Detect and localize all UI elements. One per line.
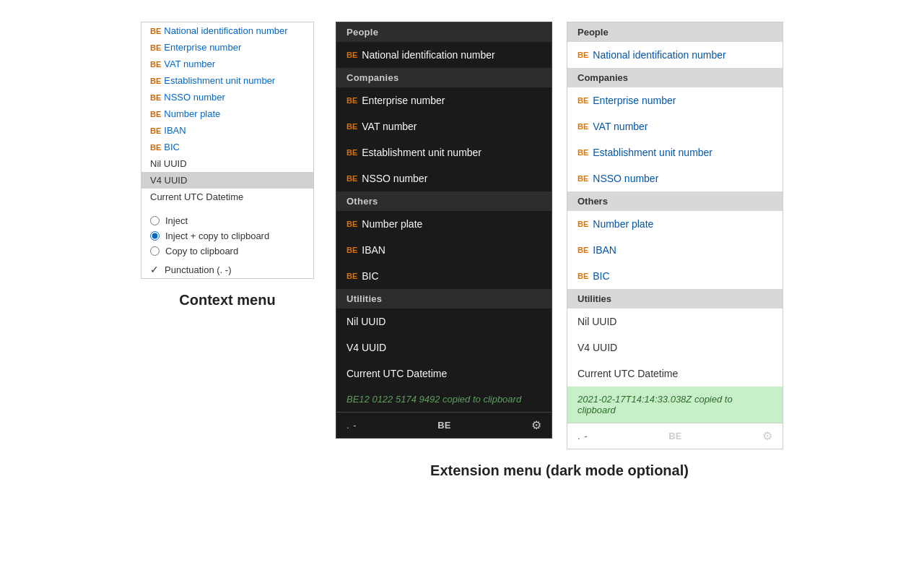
context-item-utc-datetime[interactable]: Current UTC Datetime xyxy=(141,189,313,205)
ext-item-utc-datetime-dark[interactable]: Current UTC Datetime xyxy=(336,361,552,387)
radio-section: Inject Inject + copy to clipboard Copy t… xyxy=(141,211,313,261)
ext-item-nil-uuid-light[interactable]: Nil UUID xyxy=(567,309,783,335)
item-label: Enterprise number xyxy=(593,95,676,106)
radio-copy[interactable]: Copy to clipboard xyxy=(150,246,305,256)
context-item-number-plate[interactable]: BE Number plate xyxy=(141,105,313,122)
context-item-enterprise[interactable]: BE Enterprise number xyxy=(141,39,313,56)
context-item-iban[interactable]: BE IBAN xyxy=(141,122,313,139)
section-header-companies-light: Companies xyxy=(567,68,783,87)
radio-inject-copy-input[interactable] xyxy=(150,231,160,241)
ext-item-establishment-light[interactable]: BE Establishment unit number xyxy=(567,139,783,165)
be-prefix: BE xyxy=(346,148,357,157)
radio-inject-copy-label: Inject + copy to clipboard xyxy=(165,230,269,241)
ext-item-vat-light[interactable]: BE VAT number xyxy=(567,113,783,139)
gear-icon-dark[interactable]: ⚙ xyxy=(531,418,541,432)
ext-item-enterprise-light[interactable]: BE Enterprise number xyxy=(567,87,783,113)
context-menu-label: Context menu xyxy=(179,292,275,309)
be-prefix: BE xyxy=(150,110,161,118)
radio-inject-input[interactable] xyxy=(150,216,160,225)
status-dark: BE12 0122 5174 9492 copied to clipboard xyxy=(336,387,552,412)
be-prefix: BE xyxy=(578,246,588,254)
footer-dots-light: . - xyxy=(578,431,588,441)
be-prefix: BE xyxy=(346,51,357,59)
ext-item-utc-datetime-light[interactable]: Current UTC Datetime xyxy=(567,361,783,387)
be-prefix: BE xyxy=(150,126,161,135)
ext-item-nat-id-light[interactable]: BE National identification number xyxy=(567,42,783,68)
extension-menu-dark: People BE National identification number… xyxy=(336,22,552,439)
item-label: VAT number xyxy=(593,121,648,132)
ext-item-v4-uuid-light[interactable]: V4 UUID xyxy=(567,335,783,361)
context-panel: BE National identification number BE Ent… xyxy=(141,22,314,309)
footer-country-dark: BE xyxy=(437,420,450,431)
section-header-others-light: Others xyxy=(567,191,783,211)
radio-inject-copy[interactable]: Inject + copy to clipboard xyxy=(150,230,305,241)
be-prefix: BE xyxy=(346,246,357,254)
footer-country-light: BE xyxy=(668,431,681,441)
main-row: BE National identification number BE Ent… xyxy=(0,22,924,479)
ext-item-number-plate-light[interactable]: BE Number plate xyxy=(567,211,783,237)
footer-light: . - BE ⚙ xyxy=(567,423,783,449)
ext-item-enterprise-dark[interactable]: BE Enterprise number xyxy=(336,87,552,113)
item-label: IBAN xyxy=(593,244,616,256)
context-item-vat[interactable]: BE VAT number xyxy=(141,56,313,72)
be-prefix: BE xyxy=(578,51,588,59)
ext-item-bic-dark[interactable]: BE BIC xyxy=(336,263,552,289)
ext-item-number-plate-dark[interactable]: BE Number plate xyxy=(336,211,552,237)
ext-item-bic-light[interactable]: BE BIC xyxy=(567,263,783,289)
item-label: BIC xyxy=(164,142,180,152)
item-label: Current UTC Datetime xyxy=(346,368,447,379)
item-label: Current UTC Datetime xyxy=(578,368,678,379)
context-item-nil-uuid[interactable]: Nil UUID xyxy=(141,155,313,172)
ext-item-nat-id-dark[interactable]: BE National identification number xyxy=(336,42,552,68)
ext-item-iban-dark[interactable]: BE IBAN xyxy=(336,237,552,263)
be-prefix: BE xyxy=(150,93,161,102)
item-label: National identification number xyxy=(362,49,494,61)
be-prefix: BE xyxy=(346,272,357,280)
radio-copy-input[interactable] xyxy=(150,246,160,256)
gear-icon-light[interactable]: ⚙ xyxy=(762,429,772,443)
be-prefix: BE xyxy=(578,220,588,228)
be-prefix: BE xyxy=(150,77,161,85)
ext-item-establishment-dark[interactable]: BE Establishment unit number xyxy=(336,139,552,165)
extension-panel: People BE National identification number… xyxy=(336,22,783,479)
be-prefix: BE xyxy=(346,174,357,183)
be-prefix: BE xyxy=(150,43,161,52)
item-label: IBAN xyxy=(362,244,385,256)
ext-menus-row: People BE National identification number… xyxy=(336,22,783,449)
context-item-nat-id[interactable]: BE National identification number xyxy=(141,22,313,39)
be-prefix: BE xyxy=(346,96,357,105)
be-prefix: BE xyxy=(150,143,161,152)
section-header-people-light: People xyxy=(567,22,783,42)
ext-item-nsso-dark[interactable]: BE NSSO number xyxy=(336,165,552,191)
extension-menu-label: Extension menu (dark mode optional) xyxy=(430,462,689,479)
be-prefix: BE xyxy=(346,122,357,131)
item-label: NSSO number xyxy=(593,173,658,184)
ext-item-vat-dark[interactable]: BE VAT number xyxy=(336,113,552,139)
radio-inject[interactable]: Inject xyxy=(150,215,305,226)
item-label: Establishment unit number xyxy=(362,147,481,158)
be-prefix: BE xyxy=(578,96,588,105)
item-label: V4 UUID xyxy=(150,175,187,186)
ext-item-v4-uuid-dark[interactable]: V4 UUID xyxy=(336,335,552,361)
section-header-others-dark: Others xyxy=(336,191,552,211)
item-label: Nil UUID xyxy=(578,316,616,327)
item-label: Enterprise number xyxy=(164,42,241,53)
context-item-bic[interactable]: BE BIC xyxy=(141,139,313,155)
item-label: Establishment unit number xyxy=(593,147,712,158)
item-label: NSSO number xyxy=(164,92,225,103)
item-label: Number plate xyxy=(164,108,220,119)
item-label: Nil UUID xyxy=(150,158,187,169)
ext-item-nsso-light[interactable]: BE NSSO number xyxy=(567,165,783,191)
ext-item-nil-uuid-dark[interactable]: Nil UUID xyxy=(336,309,552,335)
footer-dark: . - BE ⚙ xyxy=(336,412,552,438)
context-item-v4-uuid[interactable]: V4 UUID xyxy=(141,172,313,189)
context-item-establishment[interactable]: BE Establishment unit number xyxy=(141,72,313,89)
be-prefix: BE xyxy=(578,174,588,183)
item-label: Enterprise number xyxy=(362,95,445,106)
context-item-nsso[interactable]: BE NSSO number xyxy=(141,89,313,105)
checkbox-label: Punctuation (. -) xyxy=(165,264,232,275)
be-prefix: BE xyxy=(578,122,588,131)
item-label: VAT number xyxy=(362,121,417,132)
ext-item-iban-light[interactable]: BE IBAN xyxy=(567,237,783,263)
checkbox-punctuation[interactable]: ✓ Punctuation (. -) xyxy=(141,261,313,278)
